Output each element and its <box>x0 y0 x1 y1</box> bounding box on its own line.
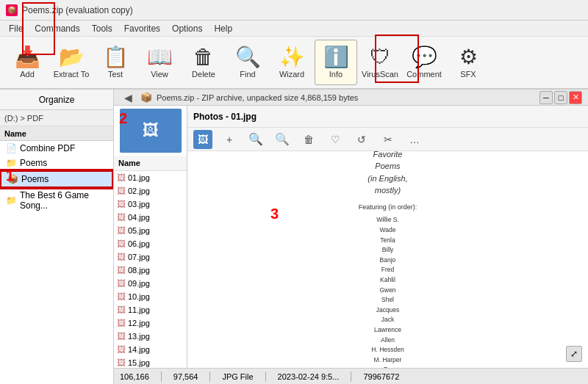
poem-line6: mostly) <box>375 186 401 195</box>
menu-file[interactable]: File <box>3 22 29 35</box>
zip-file-item[interactable]: 🖼04.jpg <box>114 211 187 224</box>
zip-file-name: 15.jpg <box>128 358 150 367</box>
zip-file-item[interactable]: 🖼14.jpg <box>114 343 187 356</box>
zip-file-icon: 🖼 <box>117 318 126 328</box>
zip-file-icon: 🖼 <box>117 291 126 302</box>
zip-file-item[interactable]: 🖼07.jpg <box>114 250 187 264</box>
rotate-button[interactable]: ↺ <box>352 130 371 149</box>
info-button[interactable]: ℹ️ Info <box>315 40 357 85</box>
status-value4: 2023-02-24 9:5... <box>278 372 340 381</box>
wizard-button[interactable]: ✨ Wizard <box>270 40 313 85</box>
zip-file-item[interactable]: 🖼03.jpg <box>114 198 187 211</box>
zip-file-item[interactable]: 🖼08.jpg <box>114 264 187 277</box>
add-button[interactable]: 📥 Add <box>6 40 49 85</box>
delete-icon: 🗑 <box>193 47 214 68</box>
delete-button[interactable]: 🗑 Delete <box>182 40 225 85</box>
poem-content: A Few Selections of Favorite Poems (in E… <box>344 151 432 368</box>
menu-tools[interactable]: Tools <box>86 22 118 35</box>
zip-name-column: Name <box>118 159 140 167</box>
poem-name-line: H. Hessden <box>359 345 417 355</box>
organize-label: Organize <box>39 95 75 105</box>
zip-file-name: 09.jpg <box>128 279 150 288</box>
nav-back-button[interactable]: ◀ <box>120 90 136 106</box>
zip-file-icon: 🖼 <box>117 331 126 341</box>
zoom-in-button[interactable]: 🔍 <box>246 130 265 149</box>
zip-file-item[interactable]: 🖼15.jpg <box>114 356 187 368</box>
zip-file-name: 01.jpg <box>128 173 150 182</box>
zip-file-icon: 🖼 <box>117 199 126 209</box>
comment-button[interactable]: 💬 Comment <box>403 40 445 85</box>
zip-file-icon: 🖼 <box>117 278 126 289</box>
tree-item-best-game-songs[interactable]: 📁 The Best 6 Game Song... <box>0 188 113 213</box>
maximize-button[interactable]: □ <box>554 91 567 104</box>
zip-file-name: 10.jpg <box>128 292 150 301</box>
expand-button[interactable]: ⤢ <box>566 346 582 362</box>
poem-name-line: Gwen <box>359 286 417 296</box>
image-view-button[interactable]: 🖼 <box>193 130 212 149</box>
combine-pdf-label: Combine PDF <box>20 143 75 153</box>
menu-bar: File Commands Tools Favorites Options He… <box>0 21 588 37</box>
left-panel: Organize (D:) > PDF Name 📄 Combine PDF 📁… <box>0 90 114 384</box>
poems-zip-icon: 📦 <box>7 174 18 184</box>
zip-file-item[interactable]: 🖼11.jpg <box>114 303 187 316</box>
menu-favorites[interactable]: Favorites <box>118 22 166 35</box>
zip-file-item[interactable]: 🖼12.jpg <box>114 316 187 330</box>
extract-to-button[interactable]: 📂 Extract To <box>50 40 93 85</box>
zip-file-icon: 🖼 <box>117 358 126 368</box>
add-tab-button[interactable]: + <box>220 130 239 149</box>
sfx-icon: ⚙ <box>459 47 478 68</box>
status-value5: 79967672 <box>363 372 399 381</box>
status-value1: 106,166 <box>120 372 149 381</box>
menu-options[interactable]: Options <box>166 22 208 35</box>
zip-file-item[interactable]: 🖼09.jpg <box>114 277 187 290</box>
zip-file-list-panel: 🖼 Name 🖼01.jpg🖼02.jpg🖼03.jpg🖼04.jpg🖼05.j… <box>114 106 187 368</box>
zip-file-item[interactable]: 🖼13.jpg <box>114 330 187 343</box>
preview-top-bar: Photos - 01.jpg <box>187 106 588 128</box>
app-icon: 📦 <box>6 4 18 16</box>
poem-name-line: Jack <box>359 315 417 325</box>
zip-file-item[interactable]: 🖼02.jpg <box>114 184 187 198</box>
zip-file-name: 06.jpg <box>128 239 150 248</box>
zip-file-item[interactable]: 🖼10.jpg <box>114 290 187 303</box>
name-column-header: Name <box>4 129 26 138</box>
file-tree: 📄 Combine PDF 📁 Poems 📦 Poems 📁 The Best… <box>0 141 113 384</box>
poem-featuring: Featuring (in order): <box>359 203 417 213</box>
delete-preview-button[interactable]: 🗑 <box>299 130 318 149</box>
zip-file-item[interactable]: 🖼06.jpg <box>114 237 187 250</box>
close-button[interactable]: ✕ <box>569 91 582 104</box>
menu-help[interactable]: Help <box>208 22 238 35</box>
tree-item-poems-folder[interactable]: 📁 Poems <box>0 156 113 170</box>
wizard-icon: ✨ <box>279 47 305 68</box>
tree-item-poems-zip[interactable]: 📦 Poems <box>0 170 113 188</box>
zip-file-item[interactable]: 🖼05.jpg <box>114 224 187 237</box>
status-separator-1 <box>161 372 162 382</box>
crop-button[interactable]: ✂ <box>379 130 398 149</box>
zip-thumbnail[interactable]: 🖼 <box>120 109 182 153</box>
poem-line3: Favorite <box>373 151 403 159</box>
view-button[interactable]: 📖 View <box>138 40 181 85</box>
delete-label: Delete <box>192 70 215 79</box>
zip-name-header: Name <box>114 156 187 171</box>
test-button[interactable]: 📋 Test <box>94 40 137 85</box>
favorite-button[interactable]: ♡ <box>326 130 345 149</box>
virusscan-button[interactable]: 🛡 VirusScan <box>359 40 401 85</box>
poems-zip-label: Poems <box>21 174 49 184</box>
zip-file-icon: 🖼 <box>117 305 126 315</box>
poem-name-line: Dr. <box>359 365 417 368</box>
win-controls: ─ □ ✕ <box>539 91 582 104</box>
zip-file-name: 02.jpg <box>128 186 150 195</box>
preview-container: 🖼 Name 🖼01.jpg🖼02.jpg🖼03.jpg🖼04.jpg🖼05.j… <box>114 106 588 368</box>
zip-file-item[interactable]: 🖼01.jpg <box>114 171 187 184</box>
preview-image-area: Photos - 01.jpg 🖼 + 🔍 🔍 🗑 ♡ ↺ ✂ … <box>187 106 588 368</box>
minimize-button[interactable]: ─ <box>539 91 553 104</box>
zip-file-name: 05.jpg <box>128 226 150 235</box>
tree-item-combine-pdf[interactable]: 📄 Combine PDF <box>0 141 113 156</box>
more-button[interactable]: … <box>405 130 424 149</box>
status-bar: 106,166 97,564 JPG File 2023-02-24 9:5..… <box>114 368 588 384</box>
poems-folder-icon: 📁 <box>6 158 17 168</box>
find-button[interactable]: 🔍 Find <box>226 40 269 85</box>
zoom-out-button[interactable]: 🔍 <box>273 130 292 149</box>
app-title: Poems.zip (evaluation copy) <box>22 5 133 15</box>
sfx-button[interactable]: ⚙ SFX <box>447 40 490 85</box>
menu-commands[interactable]: Commands <box>29 22 85 35</box>
